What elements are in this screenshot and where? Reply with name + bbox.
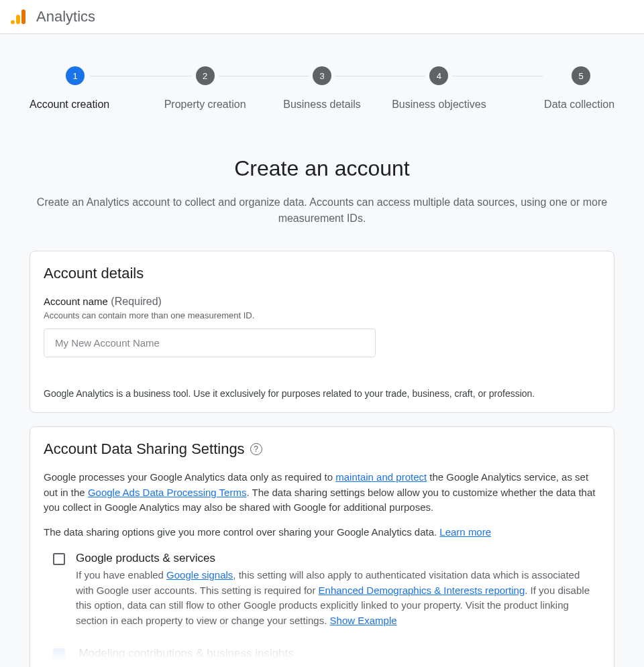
data-sharing-card: Account Data Sharing Settings ? Google p… — [30, 426, 614, 667]
step-business-details[interactable]: 3 Business details — [264, 66, 380, 111]
maintain-protect-link[interactable]: maintain and protect — [335, 471, 427, 483]
step-number: 1 — [66, 66, 85, 85]
setup-stepper: 1 Account creation 2 Property creation 3… — [0, 34, 644, 127]
account-name-input[interactable] — [44, 328, 376, 357]
sharing-description-2: The data sharing options give you more c… — [44, 525, 600, 540]
sharing-description-1: Google processes your Google Analytics d… — [44, 470, 600, 516]
step-number: 2 — [196, 66, 215, 85]
step-number: 3 — [313, 66, 331, 85]
step-label: Business details — [283, 99, 361, 111]
google-signals-link[interactable]: Google signals — [166, 569, 233, 581]
option-google-products: Google products & services If you have e… — [44, 552, 600, 628]
field-hint: Accounts can contain more than one measu… — [44, 310, 600, 320]
analytics-logo-icon — [11, 9, 25, 24]
field-required: (Required) — [111, 296, 162, 307]
field-label: Account name — [44, 296, 108, 307]
step-label: Data collection — [544, 99, 614, 111]
step-number: 5 — [572, 66, 590, 85]
step-property-creation[interactable]: 2 Property creation — [146, 66, 263, 111]
option-title: Google products & services — [76, 552, 600, 565]
step-number: 4 — [429, 66, 448, 85]
checkbox-modeling[interactable] — [53, 648, 65, 660]
page-title: Create an account — [0, 156, 644, 181]
step-label: Property creation — [164, 99, 246, 111]
option-modeling-contributions: Modeling contributions & business insigh… — [44, 647, 600, 660]
step-business-objectives[interactable]: 4 Business objectives — [380, 66, 497, 111]
account-name-field: Account name (Required) — [44, 296, 600, 308]
step-account-creation[interactable]: 1 Account creation — [30, 66, 146, 111]
help-icon[interactable]: ? — [250, 443, 262, 455]
step-label: Account creation — [30, 99, 109, 111]
content-area: 1 Account creation 2 Property creation 3… — [0, 34, 644, 667]
show-example-link[interactable]: Show Example — [330, 615, 397, 626]
step-data-collection[interactable]: 5 Data collection — [498, 66, 614, 111]
page-subtitle: Create an Analytics account to collect a… — [34, 194, 610, 227]
sharing-title: Account Data Sharing Settings — [44, 440, 245, 458]
business-disclaimer: Google Analytics is a business tool. Use… — [44, 388, 600, 399]
app-header: Analytics — [0, 0, 644, 34]
processing-terms-link[interactable]: Google Ads Data Processing Terms — [88, 487, 247, 498]
enhanced-demographics-link[interactable]: Enhanced Demographics & Interests report… — [319, 585, 525, 596]
option-description: If you have enabled Google signals, this… — [76, 568, 600, 628]
learn-more-link[interactable]: Learn more — [439, 526, 491, 538]
account-details-card: Account details Account name (Required) … — [30, 251, 614, 413]
option-title: Modeling contributions & business insigh… — [78, 647, 293, 660]
product-name: Analytics — [36, 8, 95, 25]
checkbox-google-products[interactable] — [53, 553, 65, 565]
step-label: Business objectives — [392, 99, 486, 111]
card-title: Account details — [44, 265, 600, 282]
